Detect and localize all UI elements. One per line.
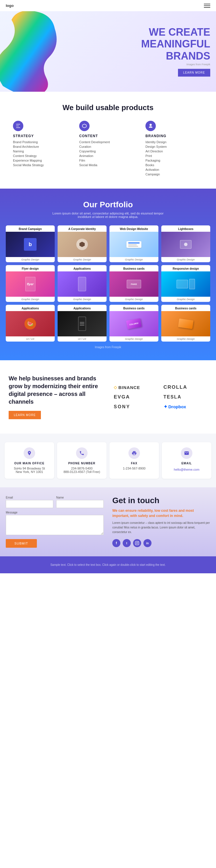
card-thumbnail: [109, 232, 158, 257]
email-icon: [181, 447, 192, 459]
phone-line2: 888-0123-4567 (Toll Free): [60, 470, 104, 473]
email-field-wrapper: Email: [6, 496, 53, 508]
card-label: UI / UX: [58, 336, 107, 342]
name-input[interactable]: [56, 500, 104, 508]
card-title: Brand Campaign: [6, 225, 55, 232]
portfolio-card[interactable]: Applications Graphic Design: [58, 265, 107, 302]
twitter-icon[interactable]: t: [123, 539, 131, 547]
list-item: Campaign: [145, 173, 203, 176]
email-address[interactable]: hello@theme.com: [174, 468, 199, 471]
brands-learn-more-button[interactable]: LEARN MORE: [9, 411, 41, 419]
fax-icon: [129, 447, 140, 459]
hero-wave-image: [0, 11, 63, 92]
card-thumbnail: flyer: [6, 271, 55, 297]
phone-card: PHONE NUMBER 234-9876-5400 888-0123-4567…: [57, 442, 107, 479]
list-item: Naming: [13, 150, 71, 153]
portfolio-card[interactable]: A Corporate Identity Graphic Design: [58, 225, 107, 262]
branding-heading: BRANDING: [145, 134, 203, 138]
strategy-list: Brand Positioning Brand Architecture Nam…: [13, 140, 71, 167]
strategy-column: STRATEGY Brand Positioning Brand Archite…: [9, 121, 75, 177]
list-item: Social Media: [79, 163, 137, 167]
card-thumbnail: COLORS!: [109, 311, 158, 336]
portfolio-card[interactable]: Flyer design flyer Graphic Design: [6, 265, 55, 302]
portfolio-card[interactable]: Business cards Graphic Design: [161, 305, 210, 342]
office-icon: [24, 447, 35, 459]
portfolio-card[interactable]: Web Design Website Graphic Design: [109, 225, 158, 262]
list-item: Brand Positioning: [13, 140, 71, 144]
portfolio-card[interactable]: Responsive design Graphic Design: [161, 265, 210, 302]
get-in-touch-sub-desc: Lorem ipsum consectetur – class aptent t…: [112, 521, 210, 534]
get-in-touch-main-desc: We can ensure reliability, low cost fare…: [112, 508, 210, 518]
list-item: Film: [79, 159, 137, 162]
form-row-email-name: Email Name: [6, 496, 104, 508]
card-label: Graphic Design: [161, 257, 210, 262]
card-title: Applications: [58, 265, 107, 271]
card-thumbnail: FAKE: [109, 271, 158, 297]
build-section: We build usable products STRATEGY Brand …: [0, 92, 216, 189]
email-heading: EMAIL: [165, 462, 209, 465]
email-card: EMAIL hello@theme.com: [162, 442, 211, 479]
card-title: Web Design Website: [109, 225, 158, 232]
content-icon: [79, 121, 89, 131]
phone-icon: [76, 447, 87, 459]
logo: logo: [6, 3, 14, 8]
message-field-wrapper: Message: [6, 511, 104, 536]
phone-heading: PHONE NUMBER: [60, 462, 104, 465]
hamburger-menu[interactable]: [204, 4, 210, 8]
contact-form: Email Name Message SUBMIT: [6, 496, 104, 548]
list-item: Content Strategy: [13, 154, 71, 158]
hero-image-credit: Images from Freepik: [141, 63, 210, 66]
hero-learn-more-button[interactable]: LEARN MORE: [178, 69, 210, 77]
brand-logo-crolla: CROLLA: [164, 384, 208, 390]
portfolio-card[interactable]: Business cards COLORS! Graphic Design: [109, 305, 158, 342]
email-input[interactable]: [6, 500, 53, 508]
message-textarea[interactable]: [6, 515, 104, 535]
get-in-touch-title: Get in touch: [112, 496, 210, 505]
phone-line1: 234-9876-5400: [60, 467, 104, 470]
card-title: Flyer design: [6, 265, 55, 271]
portfolio-title: Our Portfolio: [6, 200, 210, 209]
brand-logo-sony: SONY: [114, 404, 158, 409]
content-heading: CONTENT: [79, 134, 137, 138]
contact-info-section: OUR MAIN OFFICE SoHo 94 Broadway St New …: [0, 434, 216, 487]
card-title: Applications: [6, 305, 55, 311]
card-title: A Corporate Identity: [58, 225, 107, 232]
portfolio-card[interactable]: Lightboxes Graphic Design: [161, 225, 210, 262]
brand-logo-dropbox: ✦Dropbox: [164, 404, 208, 409]
list-item: Copywriting: [79, 150, 137, 153]
name-label: Name: [56, 496, 104, 499]
portfolio-card[interactable]: Brand Campaign b Graphic Design: [6, 225, 55, 262]
portfolio-card[interactable]: Business cards FAKE Graphic Design: [109, 265, 158, 302]
list-item: Content Development: [79, 140, 137, 144]
hero-section: WE CREATE MEANINGFUL BRANDS Images from …: [0, 11, 216, 92]
submit-button[interactable]: SUBMIT: [6, 539, 37, 548]
linkedin-icon[interactable]: in: [143, 539, 152, 547]
portfolio-section: Our Portfolio Lorem ipsum dolor sit amet…: [0, 189, 216, 360]
bottom-section: Email Name Message SUBMIT Get in touch W…: [0, 487, 216, 556]
fax-heading: FAX: [112, 462, 156, 465]
branding-icon: [145, 121, 156, 131]
card-label: Graphic Design: [6, 297, 55, 302]
card-label: Graphic Design: [161, 336, 210, 342]
card-thumbnail: 🍉: [6, 311, 55, 336]
get-in-touch-block: Get in touch We can ensure reliability, …: [112, 496, 210, 548]
strategy-heading: STRATEGY: [13, 134, 71, 138]
facebook-icon[interactable]: f: [112, 539, 120, 547]
card-label: Graphic Design: [58, 257, 107, 262]
list-item: Brand Architecture: [13, 145, 71, 148]
list-item: Activation: [145, 168, 203, 172]
office-line1: SoHo 94 Broadway St: [7, 467, 51, 470]
brands-text: We help businesses and brands grow by mo…: [9, 375, 102, 419]
social-icons-row: f t in: [112, 539, 210, 547]
list-item: Identity Design: [145, 140, 203, 144]
fax-card: FAX 1-234-567-8900: [109, 442, 159, 479]
message-label: Message: [6, 511, 104, 514]
card-label: Graphic Design: [109, 297, 158, 302]
instagram-icon[interactable]: [133, 539, 141, 547]
portfolio-card[interactable]: Applications UI / UX: [58, 305, 107, 342]
card-thumbnail: [161, 232, 210, 257]
card-thumbnail: [161, 271, 210, 297]
portfolio-card[interactable]: Applications 🍉 UI / UX: [6, 305, 55, 342]
card-thumbnail: b: [6, 232, 55, 257]
card-thumbnail: [161, 311, 210, 336]
